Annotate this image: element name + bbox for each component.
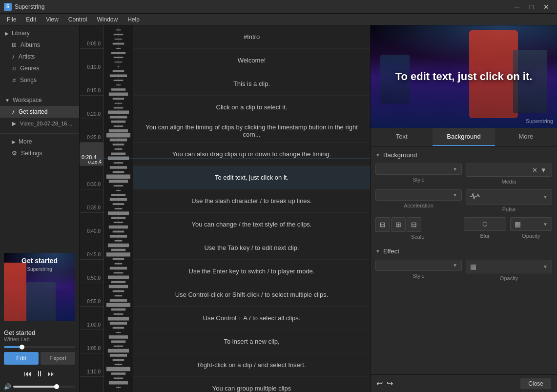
volume-handle[interactable] bbox=[54, 384, 59, 389]
undo-button[interactable]: ↩ bbox=[376, 379, 383, 388]
blur-icon: ⬡ bbox=[482, 221, 487, 227]
clip-row-1[interactable]: Welcome! bbox=[133, 49, 370, 72]
volume-bar[interactable] bbox=[13, 386, 75, 388]
sidebar-item-more[interactable]: ▶ More bbox=[0, 136, 79, 147]
clip-row-9[interactable]: Use the Tab key / to edit next clip. bbox=[133, 236, 370, 260]
menu-view[interactable]: View bbox=[41, 15, 63, 24]
preview-watermark: Superstring bbox=[526, 118, 553, 124]
opacity-pattern-icon: ▦ bbox=[515, 220, 521, 228]
clip-text-4: You can align the timing of clips by cli… bbox=[137, 124, 366, 138]
effect-section-header[interactable]: ▼ Effect bbox=[375, 248, 552, 255]
clip-row-15[interactable]: You can group multiple clips bbox=[133, 377, 370, 392]
track-title: Get started bbox=[4, 329, 75, 336]
chevron-right-icon: ▶ bbox=[5, 31, 9, 36]
scale-btn-3[interactable]: ⊟ bbox=[407, 217, 421, 232]
timeline-wrapper: 0:05.00:10.00:15.00:20.00:25.00:28.40:30… bbox=[80, 25, 370, 392]
pulse-label: Pulse bbox=[466, 206, 552, 212]
time-label-3: 0:20.0 bbox=[80, 96, 103, 119]
window-controls: ─ □ ✕ bbox=[510, 2, 553, 12]
effect-style-select[interactable]: ▼ bbox=[375, 260, 462, 271]
opacity-select[interactable]: ▦ ▼ bbox=[510, 217, 553, 231]
export-button[interactable]: Export bbox=[41, 352, 75, 365]
effect-opacity-select[interactable]: ▦ ▼ bbox=[466, 260, 552, 273]
sidebar-item-genres[interactable]: ♫ Genres bbox=[0, 62, 79, 74]
style-chevron-icon: ▼ bbox=[453, 166, 457, 172]
background-section-header[interactable]: ▼ Background bbox=[375, 151, 552, 159]
acceleration-select[interactable]: ▼ bbox=[375, 189, 462, 201]
menu-bar: File Edit View Control Window Help bbox=[0, 14, 557, 25]
time-label-1: 0:10.0 bbox=[80, 49, 103, 72]
style-select[interactable]: ▼ bbox=[375, 164, 462, 175]
time-label-7: 0:35.0 bbox=[80, 189, 103, 213]
time-ruler: 0:05.00:10.00:15.00:20.00:25.00:28.40:30… bbox=[80, 25, 104, 392]
track-artist: Witten Lab bbox=[4, 336, 75, 342]
next-button[interactable]: ⏭ bbox=[47, 370, 55, 378]
clip-row-13[interactable]: To insert a new clip, bbox=[133, 330, 370, 353]
progress-bar[interactable] bbox=[4, 346, 75, 348]
menu-help[interactable]: Help bbox=[123, 15, 144, 24]
sidebar-item-songs[interactable]: ♬ Songs bbox=[0, 74, 79, 86]
maximize-button[interactable]: □ bbox=[525, 2, 538, 12]
clip-row-4[interactable]: You can align the timing of clips by cli… bbox=[133, 119, 370, 143]
style-media-row: ▼ Style ✕ ▼ Media bbox=[375, 164, 552, 185]
sidebar-item-video[interactable]: ▶ Video_20-07-28_16-... bbox=[0, 118, 79, 129]
tab-text[interactable]: Text bbox=[371, 128, 433, 146]
bottom-bar-left: ↩ ↪ bbox=[376, 379, 393, 388]
clip-text-9: Use the Tab key / to edit next clip. bbox=[137, 244, 366, 251]
menu-window[interactable]: Window bbox=[92, 15, 123, 24]
clip-row-8[interactable]: You can change / the text style of the c… bbox=[133, 213, 370, 236]
time-label-13: 1:05.0 bbox=[80, 330, 103, 353]
clip-row-0[interactable]: #Intro bbox=[133, 25, 370, 49]
sidebar-item-get-started[interactable]: ♪ Get started bbox=[0, 106, 79, 118]
clip-row-3[interactable]: Click on a clip to select it. bbox=[133, 96, 370, 119]
media-clear-button[interactable]: ✕ bbox=[531, 166, 538, 174]
play-pause-button[interactable]: ⏸ bbox=[36, 370, 43, 378]
clip-text-13: To insert a new clip, bbox=[137, 338, 366, 345]
time-label-11: 0:55.0 bbox=[80, 283, 103, 307]
blur-control[interactable]: ⬡ bbox=[464, 217, 506, 231]
scale-btn-2[interactable]: ⊞ bbox=[391, 217, 406, 232]
tab-more[interactable]: More bbox=[495, 128, 557, 146]
video-icon: ▶ bbox=[12, 120, 16, 127]
tab-background[interactable]: Background bbox=[433, 128, 495, 146]
track-preview-box[interactable]: Get started Superstring bbox=[4, 253, 75, 321]
pulse-col: ▼ Pulse bbox=[466, 189, 552, 212]
acceleration-col: ▼ Acceleration bbox=[375, 189, 462, 212]
menu-file[interactable]: File bbox=[2, 15, 21, 24]
clip-row-14[interactable]: Right-click on a clip / and select Inser… bbox=[133, 353, 370, 377]
sidebar-item-albums[interactable]: ⊞ Albums bbox=[0, 39, 79, 51]
opacity-label: Opacity bbox=[510, 233, 553, 239]
close-button[interactable]: Close bbox=[520, 378, 551, 389]
sidebar-item-artists[interactable]: ♪ Artists bbox=[0, 51, 79, 62]
clip-row-5[interactable]: You can also drag clips up or down to ch… bbox=[133, 143, 370, 166]
opacity-chevron-icon: ▼ bbox=[543, 222, 548, 227]
sidebar-item-settings[interactable]: ⚙ Settings bbox=[0, 147, 79, 159]
redo-button[interactable]: ↪ bbox=[387, 379, 393, 388]
close-window-button[interactable]: ✕ bbox=[539, 2, 553, 12]
songs-icon: ♬ bbox=[12, 77, 16, 83]
clip-row-7[interactable]: Use the slash character / to break up li… bbox=[133, 189, 370, 213]
clip-row-2[interactable]: This is a clip. bbox=[133, 72, 370, 96]
progress-handle[interactable] bbox=[20, 345, 24, 350]
menu-control[interactable]: Control bbox=[63, 15, 92, 24]
library-group[interactable]: ▶ Library bbox=[0, 27, 79, 39]
prev-button[interactable]: ⏮ bbox=[24, 370, 32, 378]
clip-row-6[interactable]: To edit text, just click on it. bbox=[133, 166, 370, 189]
pulse-select[interactable]: ▼ bbox=[466, 189, 552, 205]
concert-figure-2 bbox=[26, 282, 56, 321]
media-expand-button[interactable]: ▼ bbox=[539, 166, 548, 174]
workspace-group[interactable]: ▼ Workspace bbox=[0, 94, 79, 106]
clip-row-12[interactable]: Use Control + A / to select all clips. bbox=[133, 307, 370, 330]
progress-container[interactable] bbox=[0, 344, 79, 350]
clip-row-11[interactable]: Use Control-click or Shift-click / to se… bbox=[133, 283, 370, 307]
minimize-button[interactable]: ─ bbox=[510, 2, 524, 12]
effect-opacity-chevron-icon: ▼ bbox=[543, 264, 548, 269]
menu-edit[interactable]: Edit bbox=[21, 15, 41, 24]
edit-export-buttons: Edit Export bbox=[0, 350, 79, 367]
albums-icon: ⊞ bbox=[12, 41, 17, 48]
clip-text-6: To edit text, just click on it. bbox=[137, 174, 366, 181]
media-controls[interactable]: ✕ ▼ bbox=[466, 164, 552, 177]
clip-row-10[interactable]: Use the Enter key to switch / to player … bbox=[133, 260, 370, 283]
edit-button[interactable]: Edit bbox=[4, 352, 39, 365]
scale-btn-1[interactable]: ⊟ bbox=[375, 217, 390, 232]
